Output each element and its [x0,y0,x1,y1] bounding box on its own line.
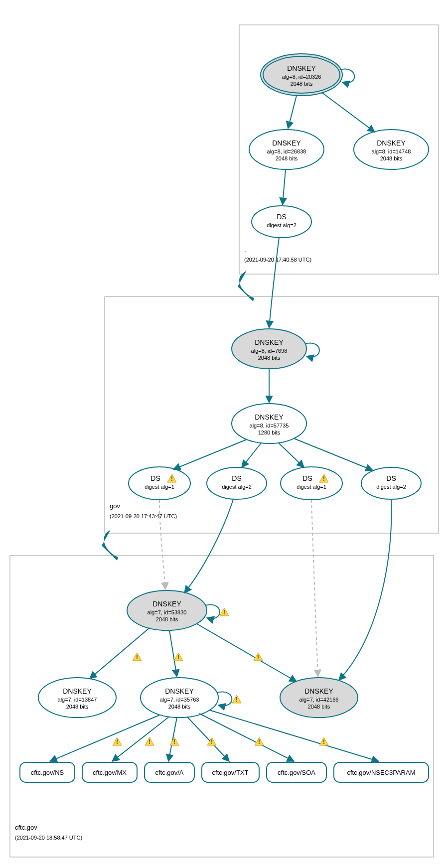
svg-text:DS: DS [277,213,286,221]
svg-text:alg=7, id=13847: alg=7, id=13847 [58,697,97,703]
svg-text:digest alg=2: digest alg=2 [222,484,252,490]
svg-text:alg=8, id=20326: alg=8, id=20326 [282,74,321,80]
svg-text:2048 bits: 2048 bits [168,704,191,710]
svg-text:digest alg=1: digest alg=1 [297,484,326,490]
node-cftc-k3: DNSKEY alg=7, id=42166 2048 bits [280,678,358,718]
node-rr-ns: cftc.gov/NS [20,762,75,782]
edge-rootds-govksk [269,238,279,328]
edge-cftcksk-k2 [169,630,177,677]
edge-cftck2-txt [187,717,229,761]
edge-rootzsk1-rootds [283,169,286,205]
svg-text:DS: DS [386,474,396,482]
svg-text:alg=8, id=26838: alg=8, id=26838 [267,148,306,154]
warn-icon-rr-mx: ! [145,737,154,745]
node-cftc-ksk: DNSKEY alg=7, id=53830 2048 bits [127,590,207,630]
edge-govds3-cftck3 [311,500,318,677]
svg-text:cftc.gov/SOA: cftc.gov/SOA [278,769,315,776]
svg-text:alg=8, id=7698: alg=8, id=7698 [251,348,288,354]
warn-icon-rr-a: ! [170,737,179,745]
node-root-ds: DS digest alg=2 [252,206,311,238]
node-gov-ksk: DNSKEY alg=8, id=7698 2048 bits [232,329,306,369]
svg-text:!: ! [223,609,225,616]
warn-icon-edge-cftcksk-k1: ! [133,653,142,661]
warn-icon-rr-txt: ! [207,737,216,745]
edge-cftck2-soa [199,714,294,761]
svg-text:!: ! [323,738,325,745]
node-rr-soa: cftc.gov/SOA [267,762,326,782]
svg-text:DS: DS [302,474,312,482]
node-cftc-k1: DNSKEY alg=7, id=13847 2048 bits [38,678,116,718]
edge-rootksk-rootzsk2 [321,92,375,132]
node-gov-ds2: DS digest alg=2 [207,467,267,499]
svg-text:DNSKEY: DNSKEY [255,338,284,346]
svg-text:!: ! [148,738,150,745]
svg-text:DNSKEY: DNSKEY [255,413,284,421]
zone-label-cftc: cftc.gov [15,824,37,831]
svg-text:DNSKEY: DNSKEY [152,600,181,608]
svg-point-13 [252,206,311,238]
svg-text:DNSKEY: DNSKEY [304,687,333,695]
svg-point-31 [281,467,342,500]
svg-text:DNSKEY: DNSKEY [377,139,406,147]
svg-text:DS: DS [232,474,241,482]
edge-govzsk-ds2 [242,442,262,467]
svg-text:!: ! [258,738,260,745]
edge-govzsk-ds4 [294,438,373,470]
svg-text:alg=7, id=53830: alg=7, id=53830 [148,609,187,615]
warn-icon-cftcksk-self: ! [220,608,229,616]
svg-text:!: ! [171,475,173,482]
svg-text:alg=7, id=42166: alg=7, id=42166 [299,697,339,703]
node-gov-zsk: DNSKEY alg=8, id=57735 1280 bits [232,404,306,443]
svg-text:digest alg=2: digest alg=2 [267,222,297,228]
warn-icon-edge-cftcksk-k2: ! [174,653,183,661]
svg-text:2048 bits: 2048 bits [66,704,89,710]
svg-text:cftc.gov/NSEC3PARAM: cftc.gov/NSEC3PARAM [347,769,415,776]
node-rr-a: cftc.gov/A [145,762,194,782]
edge-govds2-cftcksk [184,499,233,593]
svg-text:!: ! [177,654,179,661]
edge-cftcksk-k1 [90,628,149,679]
svg-text:DNSKEY: DNSKEY [165,687,194,695]
svg-text:alg=7, id=35763: alg=7, id=35763 [160,697,199,703]
svg-text:DNSKEY: DNSKEY [63,687,92,695]
node-cftc-k2: DNSKEY alg=7, id=35763 2048 bits [141,678,218,718]
svg-text:2048 bits: 2048 bits [308,704,330,710]
zone-timestamp-cftc: (2021-09-20 18:58:47 UTC) [15,835,82,841]
edge-govzsk-ds3 [278,442,304,467]
node-gov-ds1: DS digest alg=1 [129,467,190,500]
svg-text:1280 bits: 1280 bits [258,430,281,435]
svg-text:digest alg=1: digest alg=1 [145,484,174,490]
svg-text:DS: DS [150,474,160,482]
node-gov-ds3: DS digest alg=1 [281,467,342,500]
svg-text:DNSKEY: DNSKEY [287,64,316,72]
svg-text:DNSKEY: DNSKEY [272,139,301,147]
svg-text:digest alg=2: digest alg=2 [376,484,406,490]
node-root-zsk2: DNSKEY alg=8, id=14748 2048 bits [354,130,429,169]
svg-text:alg=8, id=57735: alg=8, id=57735 [250,423,289,429]
warn-icon-cftck2-self: ! [232,695,241,703]
svg-point-35 [361,467,421,499]
edge-govds4-cftck3 [339,499,392,680]
delegation-arrow-root-gov [238,271,254,301]
svg-text:cftc.gov/TXT: cftc.gov/TXT [212,769,249,776]
zone-timestamp-root: (2021-09-20 17:40:58 UTC) [244,257,311,263]
svg-text:cftc.gov/A: cftc.gov/A [155,769,183,776]
zone-label-gov: gov [110,502,120,510]
svg-text:2048 bits: 2048 bits [258,355,281,361]
node-root-ksk: DNSKEY alg=8, id=20326 2048 bits [261,54,342,96]
edge-cftck2-ns [50,715,159,761]
node-rr-n3p: cftc.gov/NSEC3PARAM [334,762,429,782]
node-rr-mx: cftc.gov/MX [82,762,137,782]
svg-text:!: ! [211,738,213,745]
svg-text:!: ! [257,654,259,661]
warn-icon-rr-n3p: ! [319,737,328,745]
edge-cftck2-n3p [209,710,379,761]
edge-govksk-self [305,343,319,357]
edge-govzsk-ds1 [173,439,247,469]
svg-text:cftc.gov/MX: cftc.gov/MX [93,769,127,776]
node-root-zsk1: DNSKEY alg=8, id=26838 2048 bits [249,130,324,169]
svg-text:!: ! [323,475,325,482]
svg-point-24 [129,467,190,500]
zone-timestamp-gov: (2021-09-20 17:43:47 UTC) [110,513,177,519]
edge-cftcksk-k3 [197,624,297,682]
